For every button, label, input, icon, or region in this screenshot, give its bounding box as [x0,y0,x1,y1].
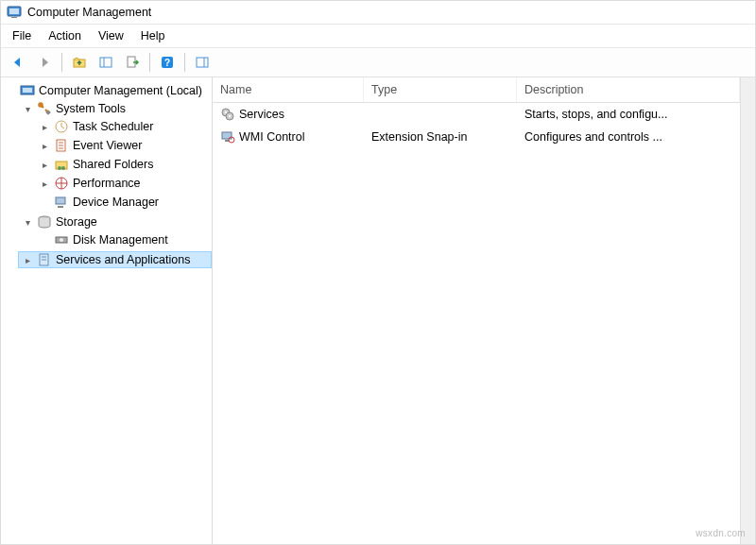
toolbar-separator [61,53,62,72]
column-type[interactable]: Type [364,77,517,102]
wmi-control-icon [220,129,235,145]
tree-pane[interactable]: ▸ Computer Management (Local) ▾ [1,77,213,544]
tree-event-viewer[interactable]: ▸ Event Viewer [35,137,212,154]
svg-rect-9 [197,58,208,67]
expand-icon[interactable]: ▸ [39,159,50,170]
show-hide-tree-button[interactable] [94,51,117,74]
tree-label: System Tools [56,102,126,115]
collapse-icon[interactable]: ▾ [22,216,33,228]
tree-label: Task Scheduler [73,120,153,133]
computer-management-window: Computer Management File Action View Hel… [0,0,756,545]
tree-label: Shared Folders [73,158,153,171]
list-row-services[interactable]: Services Starts, stops, and configu... [213,103,740,126]
action-pane-button[interactable] [191,51,214,74]
expand-icon[interactable]: ▸ [39,178,50,189]
tree-label: Services and Applications [56,253,190,266]
services-apps-icon [37,252,52,267]
up-folder-button[interactable] [68,51,91,74]
performance-icon [54,176,69,191]
expand-icon[interactable]: ▸ [39,140,50,151]
column-name[interactable]: Name [213,77,364,102]
tree-disk-management[interactable]: ▸ Disk Management [35,231,212,248]
list-pane: Name Type Description Services Starts, s… [213,77,755,544]
main-area: ▸ Computer Management (Local) ▾ [1,77,755,544]
export-list-button[interactable] [121,51,144,74]
expand-icon[interactable]: ▸ [22,254,33,265]
menu-help[interactable]: Help [133,26,173,45]
clock-icon [54,119,69,134]
tree-storage[interactable]: ▾ Storage [18,213,212,230]
tree-task-scheduler[interactable]: ▸ Task Scheduler [35,118,212,135]
svg-rect-2 [11,17,17,18]
menu-file[interactable]: File [5,26,39,45]
tree-label: Event Viewer [73,139,142,152]
shared-folder-icon [54,157,69,172]
svg-point-37 [229,115,231,117]
menu-bar: File Action View Help [1,24,755,48]
storage-icon [37,214,52,230]
tree-label: Device Manager [73,196,159,209]
tree-shared-folders[interactable]: ▸ Shared Folders [35,156,212,173]
disk-icon [54,232,69,247]
tools-icon [37,101,52,116]
tree-label: Computer Management (Local) [39,84,202,97]
device-icon [54,195,69,210]
svg-rect-39 [225,140,229,142]
row-name: Services [239,108,284,121]
svg-point-30 [60,238,63,242]
collapse-icon[interactable]: ▾ [22,103,33,114]
watermark: wsxdn.com [696,528,746,538]
menu-view[interactable]: View [91,26,131,45]
svg-rect-20 [56,162,67,169]
svg-rect-1 [9,9,19,14]
list-row-wmi-control[interactable]: WMI Control Extension Snap-in Configures… [213,126,740,148]
row-name: WMI Control [239,130,304,144]
list-header: Name Type Description [213,77,740,103]
tree-system-tools[interactable]: ▾ System Tools [18,100,212,117]
tree-label: Performance [73,177,141,190]
expand-icon[interactable]: ▸ [39,121,50,132]
svg-point-22 [61,166,65,170]
row-type: Extension Snap-in [364,128,517,145]
tree-label: Disk Management [73,233,168,247]
back-button[interactable] [7,51,29,74]
tree-services-applications[interactable]: ▸ Services and Applications [18,251,212,268]
vertical-scrollbar[interactable] [740,77,755,544]
tree-device-manager[interactable]: ▸ Device Manager [35,194,212,211]
help-button[interactable]: ? [156,51,179,74]
tree-performance[interactable]: ▸ Performance [35,175,212,192]
svg-rect-4 [100,58,112,67]
row-type [364,112,517,116]
event-log-icon [54,138,69,153]
row-description: Starts, stops, and configu... [517,106,740,123]
list-rows[interactable]: Services Starts, stops, and configu... W… [213,103,740,544]
svg-rect-26 [56,197,65,204]
svg-point-36 [225,111,227,113]
svg-point-21 [58,166,61,170]
computer-mgmt-icon [20,83,35,98]
toolbar: ? [1,48,755,77]
tree-label: Storage [56,215,97,229]
svg-text:?: ? [164,58,170,68]
services-gear-icon [220,107,235,122]
menu-action[interactable]: Action [41,26,89,45]
app-icon [7,5,22,20]
forward-button[interactable] [33,51,56,74]
tree-root[interactable]: ▸ Computer Management (Local) [1,82,212,99]
row-description: Configures and controls ... [517,128,740,145]
toolbar-separator [149,53,150,72]
toolbar-separator [184,53,185,72]
svg-rect-12 [23,88,32,93]
title-bar: Computer Management [1,1,755,24]
column-description[interactable]: Description [517,77,740,102]
svg-rect-27 [58,206,63,208]
window-title: Computer Management [27,6,151,19]
